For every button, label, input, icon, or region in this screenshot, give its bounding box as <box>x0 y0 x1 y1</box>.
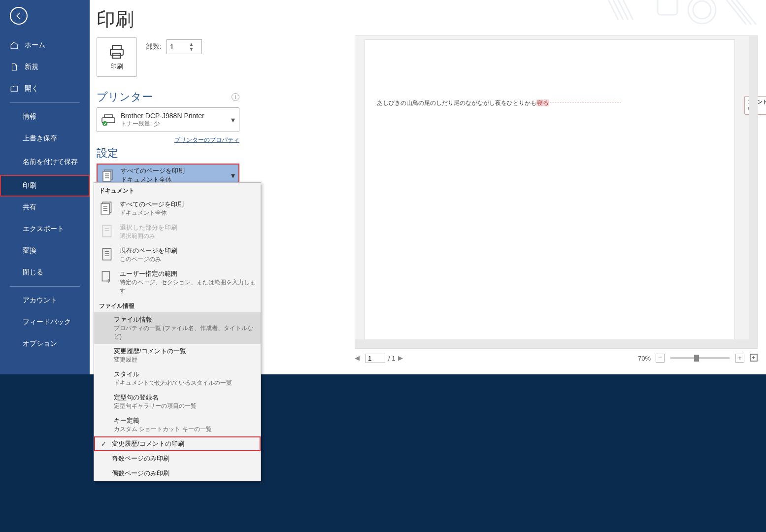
nav-save-as[interactable]: 名前を付けて保存 <box>0 149 90 175</box>
preview-page: あしびきの山鳥の尾のしだり尾のながながし夜をひとりかも寝る コメントの追加 []… <box>365 40 734 340</box>
nav-label: 新規 <box>25 63 38 71</box>
check-icon: ✓ <box>99 440 108 448</box>
copies-label: 部数: <box>146 42 162 51</box>
open-icon <box>10 84 19 93</box>
chevron-down-icon: ▾ <box>231 115 235 125</box>
print-preview-pane: あしびきの山鳥の尾のしだり尾のながながし夜をひとりかも寝る コメントの追加 []… <box>355 35 758 349</box>
page-icon <box>99 246 115 262</box>
print-what-menu: ドキュメント すべてのページを印刷ドキュメント全体 選択した部分を印刷選択範囲の… <box>94 182 261 481</box>
nav-account[interactable]: アカウント <box>0 290 90 311</box>
printer-selector[interactable]: Brother DCP-J988N Printer トナー残量: 少 ▾ <box>97 107 239 132</box>
nav-separator <box>10 286 80 287</box>
nav-share[interactable]: 共有 <box>0 197 90 218</box>
svg-rect-10 <box>103 171 111 181</box>
backstage-sidebar: ホーム 新規 開く 情報 上書き保存 名前を付けて保存 印刷 共有 エクスポート… <box>0 0 90 374</box>
chevron-down-icon: ▾ <box>231 171 235 180</box>
nav-print[interactable]: 印刷 <box>0 175 90 197</box>
nav-label: エクスポート <box>23 225 64 233</box>
new-icon <box>10 63 19 71</box>
nav-options[interactable]: オプション <box>0 333 90 355</box>
copies-value: 1 <box>170 43 184 51</box>
nav-info[interactable]: 情報 <box>0 106 90 128</box>
pages-icon <box>99 200 115 216</box>
svg-rect-20 <box>102 225 111 236</box>
menu-check-print-markup[interactable]: ✓ 変更履歴/コメントの印刷 <box>94 436 261 451</box>
nav-label: 情報 <box>23 112 36 121</box>
svg-rect-3 <box>112 45 121 49</box>
menu-item-print-current[interactable]: 現在のページを印刷このページのみ <box>94 243 261 266</box>
home-icon <box>10 41 19 50</box>
menu-category: ドキュメント <box>94 183 261 197</box>
copies-spinner-down[interactable]: ▾ <box>184 47 199 52</box>
zoom-slider[interactable] <box>670 357 730 359</box>
menu-item-print-selection: 選択した部分を印刷選択範囲のみ <box>94 220 261 243</box>
nav-label: 印刷 <box>23 181 36 190</box>
copies-field: 部数: 1 ▴ ▾ <box>146 39 202 54</box>
svg-point-8 <box>102 121 107 126</box>
svg-rect-7 <box>104 115 112 118</box>
svg-rect-16 <box>101 203 109 214</box>
printer-properties-link[interactable]: プリンターのプロパティ <box>97 136 239 144</box>
copies-input[interactable]: 1 ▴ ▾ <box>167 39 202 54</box>
page-number-input[interactable] <box>366 354 385 363</box>
preview-status-bar: ◀ / 1 ▶ 70% − + <box>355 351 758 366</box>
nav-label: アカウント <box>23 296 57 305</box>
menu-check-even-pages[interactable]: 偶数ページのみ印刷 <box>94 466 261 481</box>
nav-label: フィードバック <box>23 318 71 327</box>
printer-name: Brother DCP-J988N Printer <box>121 112 231 120</box>
prev-page-button[interactable]: ◀ <box>355 354 363 362</box>
nav-export[interactable]: エクスポート <box>0 218 90 240</box>
page-title: 印刷 <box>90 0 766 32</box>
printer-info-icon[interactable]: i <box>232 93 239 101</box>
nav-separator <box>10 102 80 103</box>
menu-category: ファイル情報 <box>94 298 261 312</box>
printer-heading: プリンター <box>97 90 153 104</box>
svg-rect-4 <box>110 49 123 55</box>
nav-label: 変換 <box>23 246 36 255</box>
print-what-line1: すべてのページを印刷 <box>121 166 231 175</box>
nav-label: 上書き保存 <box>23 134 57 143</box>
menu-item-print-all[interactable]: すべてのページを印刷ドキュメント全体 <box>94 197 261 220</box>
nav-label: 名前を付けて保存 <box>23 158 78 166</box>
menu-item-file-info[interactable]: ファイル情報プロパティの一覧 (ファイル名、作成者、タイトルなど) <box>94 312 261 344</box>
print-button-label: 印刷 <box>110 62 123 71</box>
printer-section: プリンター i Brother DCP-J988N Printer トナー残量:… <box>97 90 239 144</box>
nav-new[interactable]: 新規 <box>0 56 90 78</box>
zoom-in-button[interactable]: + <box>735 354 744 363</box>
menu-item-styles[interactable]: スタイルドキュメントで使われているスタイルの一覧 <box>94 367 261 390</box>
pages-icon <box>101 168 116 183</box>
svg-rect-23 <box>102 248 111 260</box>
nav-home[interactable]: ホーム <box>0 34 90 56</box>
zoom-percent-label: 70% <box>638 355 651 362</box>
document-text: あしびきの山鳥の尾のしだり尾のながながし夜をひとりかも寝る <box>377 99 549 107</box>
zoom-out-button[interactable]: − <box>656 354 665 363</box>
print-button[interactable]: 印刷 <box>97 37 137 77</box>
printer-device-icon <box>101 114 116 126</box>
menu-item-autotext[interactable]: 定型句の登録名定型句ギャラリーの項目の一覧 <box>94 390 261 413</box>
nav-label: 共有 <box>23 203 36 212</box>
zoom-fit-button[interactable] <box>749 353 758 364</box>
menu-item-print-custom[interactable]: ユーザー指定の範囲特定のページ、セクション、または範囲を入力します <box>94 266 261 298</box>
next-page-button[interactable]: ▶ <box>398 354 406 362</box>
preview-h-scrollbar[interactable] <box>355 339 758 348</box>
preview-v-scrollbar[interactable] <box>749 36 758 339</box>
settings-heading: 設定 <box>97 146 239 161</box>
settings-section: 設定 すべてのページを印刷 ドキュメント全体 ▾ <box>97 146 239 187</box>
page-total: / 1 <box>388 355 395 362</box>
page-icon <box>99 223 115 239</box>
menu-check-odd-pages[interactable]: 奇数ページのみ印刷 <box>94 451 261 466</box>
nav-feedback[interactable]: フィードバック <box>0 311 90 333</box>
page-arrow-icon <box>99 269 115 285</box>
nav-label: 閉じる <box>23 268 43 277</box>
menu-item-markup-list[interactable]: 変更履歴/コメントの一覧変更履歴 <box>94 344 261 367</box>
nav-open[interactable]: 開く <box>0 78 90 100</box>
nav-close[interactable]: 閉じる <box>0 262 90 283</box>
printer-status: トナー残量: 少 <box>121 120 231 128</box>
back-button[interactable] <box>10 7 28 25</box>
nav-label: オプション <box>23 339 57 348</box>
nav-label: ホーム <box>25 41 45 50</box>
nav-save[interactable]: 上書き保存 <box>0 128 90 149</box>
menu-item-key-assign[interactable]: キー定義カスタム ショートカット キーの一覧 <box>94 413 261 436</box>
printer-icon <box>108 43 125 60</box>
nav-transform[interactable]: 変換 <box>0 240 90 262</box>
